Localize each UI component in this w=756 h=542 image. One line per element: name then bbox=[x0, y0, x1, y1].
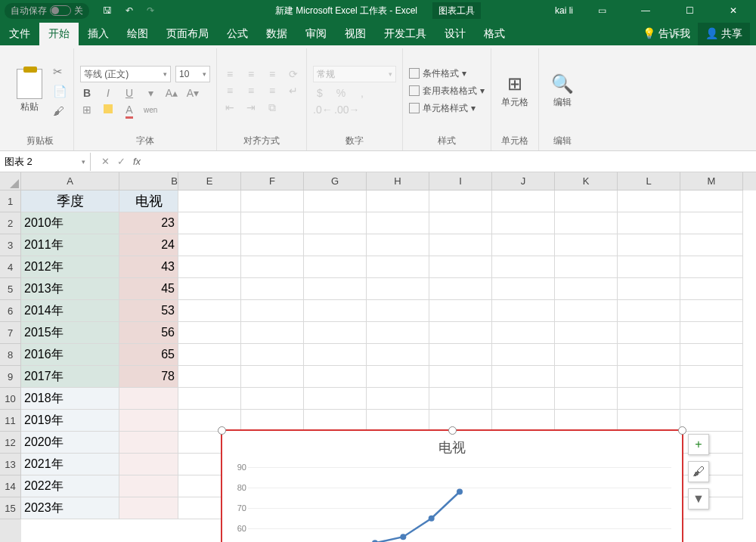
cell[interactable] bbox=[555, 388, 618, 410]
chart-filters-button[interactable]: ▼ bbox=[688, 488, 709, 509]
select-all-corner[interactable] bbox=[0, 172, 21, 190]
cell[interactable] bbox=[119, 410, 178, 432]
cell[interactable] bbox=[178, 410, 241, 432]
user-name[interactable]: kai li bbox=[555, 5, 573, 16]
cell[interactable] bbox=[367, 322, 429, 344]
cell[interactable] bbox=[618, 256, 680, 278]
row-header[interactable]: 8 bbox=[0, 344, 21, 366]
format-painter-icon[interactable]: 🖌 bbox=[53, 104, 67, 117]
col-header[interactable]: L bbox=[618, 172, 680, 190]
chart-object[interactable]: 电视 0102030405060708090 2010年2011年2012年20… bbox=[221, 429, 683, 542]
cell[interactable] bbox=[492, 410, 555, 432]
increase-font-icon[interactable]: A▴ bbox=[165, 87, 178, 99]
cell[interactable] bbox=[178, 278, 241, 300]
cell[interactable]: 2021年 bbox=[21, 454, 119, 475]
cell[interactable] bbox=[304, 366, 367, 388]
cell[interactable] bbox=[555, 256, 618, 278]
cell[interactable] bbox=[555, 300, 618, 322]
cell[interactable] bbox=[680, 366, 743, 388]
cell[interactable]: 2019年 bbox=[21, 410, 119, 432]
cell[interactable] bbox=[178, 212, 241, 234]
cell[interactable] bbox=[241, 410, 304, 432]
cell[interactable] bbox=[618, 322, 680, 344]
wrap-text-icon[interactable]: ↵ bbox=[287, 85, 300, 97]
cell[interactable] bbox=[304, 234, 367, 256]
comma-icon[interactable]: , bbox=[355, 87, 369, 99]
percent-icon[interactable]: % bbox=[334, 87, 348, 99]
chart-elements-button[interactable]: + bbox=[688, 434, 709, 455]
redo-icon[interactable]: ↷ bbox=[147, 5, 154, 16]
worksheet[interactable]: 1 2 3 4 5 6 7 8 9 10 11 12 13 14 15 A B … bbox=[0, 172, 756, 542]
fx-icon[interactable]: fx bbox=[133, 156, 141, 167]
cell[interactable] bbox=[680, 388, 743, 410]
cell[interactable] bbox=[555, 366, 618, 388]
cell[interactable] bbox=[618, 278, 680, 300]
cell[interactable]: 2012年 bbox=[21, 256, 119, 278]
cell[interactable] bbox=[680, 300, 743, 322]
tab-data[interactable]: 数据 bbox=[257, 23, 296, 45]
enter-icon[interactable]: ✓ bbox=[117, 156, 125, 167]
cell[interactable] bbox=[680, 234, 743, 256]
cell[interactable] bbox=[429, 410, 492, 432]
tab-home[interactable]: 开始 bbox=[39, 23, 79, 45]
tellme-button[interactable]: 💡 告诉我 bbox=[643, 27, 690, 41]
cell[interactable]: 56 bbox=[119, 322, 178, 344]
cell[interactable] bbox=[119, 497, 178, 519]
cell[interactable] bbox=[555, 410, 618, 432]
tab-formula[interactable]: 公式 bbox=[218, 23, 257, 45]
cell[interactable] bbox=[555, 322, 618, 344]
cell[interactable] bbox=[618, 344, 680, 366]
tab-format[interactable]: 格式 bbox=[475, 23, 514, 45]
cell[interactable] bbox=[680, 344, 743, 366]
cell[interactable] bbox=[304, 256, 367, 278]
underline-button[interactable]: U bbox=[122, 87, 136, 99]
row-header[interactable]: 7 bbox=[0, 322, 21, 344]
cell[interactable] bbox=[304, 388, 367, 410]
cell[interactable] bbox=[367, 234, 429, 256]
cell[interactable] bbox=[178, 190, 241, 212]
cell[interactable] bbox=[119, 454, 178, 475]
cell[interactable] bbox=[241, 344, 304, 366]
cell[interactable] bbox=[241, 388, 304, 410]
cell[interactable]: 2018年 bbox=[21, 388, 119, 410]
cell[interactable] bbox=[429, 234, 492, 256]
cell[interactable]: 2010年 bbox=[21, 212, 119, 234]
cell[interactable]: 45 bbox=[119, 278, 178, 300]
cell[interactable] bbox=[429, 388, 492, 410]
row-header[interactable]: 3 bbox=[0, 234, 21, 256]
maximize-icon[interactable]: ☐ bbox=[674, 0, 705, 21]
plot-area[interactable] bbox=[248, 467, 671, 542]
cell[interactable] bbox=[241, 366, 304, 388]
share-button[interactable]: 👤 共享 bbox=[698, 23, 750, 45]
row-header[interactable]: 13 bbox=[0, 454, 21, 475]
cell[interactable] bbox=[429, 256, 492, 278]
font-size-select[interactable]: 10▾ bbox=[175, 66, 210, 82]
copy-icon[interactable]: 📄 bbox=[53, 85, 67, 98]
cell[interactable]: 78 bbox=[119, 366, 178, 388]
cell[interactable]: 65 bbox=[119, 344, 178, 366]
tab-dev[interactable]: 开发工具 bbox=[375, 23, 435, 45]
cell[interactable] bbox=[680, 190, 743, 212]
cell[interactable] bbox=[178, 300, 241, 322]
cell-style-button[interactable]: 单元格样式 ▾ bbox=[409, 102, 485, 115]
cell[interactable]: 2011年 bbox=[21, 234, 119, 256]
close-icon[interactable]: ✕ bbox=[718, 0, 748, 21]
align-right-icon[interactable]: ≡ bbox=[265, 85, 279, 97]
edit-button[interactable]: 🔍编辑 bbox=[545, 73, 580, 109]
cell[interactable] bbox=[429, 344, 492, 366]
tab-layout[interactable]: 页面布局 bbox=[157, 23, 218, 45]
cell[interactable]: 季度 bbox=[21, 190, 119, 212]
cell[interactable]: 2013年 bbox=[21, 278, 119, 300]
indent-right-icon[interactable]: ⇥ bbox=[244, 101, 258, 113]
col-header[interactable]: J bbox=[492, 172, 555, 190]
merge-icon[interactable]: ⧉ bbox=[265, 101, 279, 114]
tab-insert[interactable]: 插入 bbox=[79, 23, 118, 45]
cell[interactable]: 2015年 bbox=[21, 322, 119, 344]
phonetic-button[interactable]: wen bbox=[144, 106, 157, 114]
row-header[interactable]: 11 bbox=[0, 410, 21, 432]
font-name-select[interactable]: 等线 (正文)▾ bbox=[80, 66, 171, 82]
paste-button[interactable]: 粘贴 bbox=[12, 69, 47, 113]
minimize-icon[interactable]: — bbox=[631, 0, 661, 21]
cell[interactable] bbox=[367, 344, 429, 366]
row-header[interactable]: 10 bbox=[0, 388, 21, 410]
